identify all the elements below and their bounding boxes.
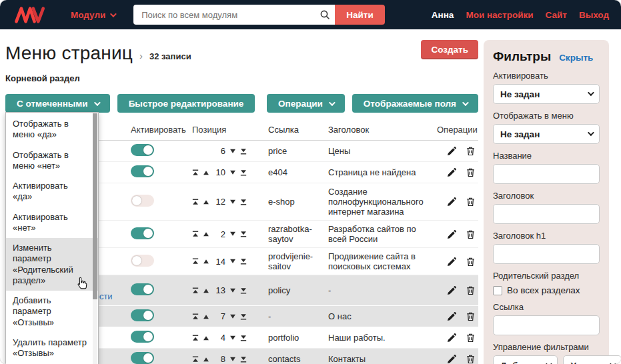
delete-icon[interactable] — [466, 197, 476, 207]
dropdown-item[interactable]: Добавить параметр «Отзывы» — [6, 291, 98, 333]
all-sections-checkbox[interactable] — [493, 286, 502, 295]
move-first-button[interactable] — [192, 356, 199, 363]
h1-filter-label: Заголовок h1 — [493, 231, 600, 241]
move-down-button[interactable] — [229, 335, 236, 341]
search-input[interactable] — [133, 5, 315, 25]
move-last-button[interactable] — [240, 148, 247, 155]
move-down-button[interactable] — [229, 356, 236, 363]
move-up-button[interactable] — [203, 258, 209, 265]
h1-filter-input[interactable] — [493, 244, 600, 264]
move-down-button[interactable] — [229, 169, 236, 176]
hide-filters-link[interactable]: Скрыть — [559, 53, 593, 63]
create-button[interactable]: Создать — [421, 40, 478, 59]
edit-icon[interactable] — [447, 197, 457, 207]
logout-link[interactable]: Выход — [579, 10, 609, 20]
delete-icon[interactable] — [466, 257, 476, 267]
dropdown-item[interactable]: Изменить параметр «Родительский раздел» — [6, 238, 98, 291]
delete-icon[interactable] — [466, 167, 476, 177]
displayed-fields-button[interactable]: Отображаемые поля — [352, 94, 478, 113]
delete-icon[interactable] — [466, 333, 476, 343]
edit-icon[interactable] — [447, 285, 457, 295]
move-down-button[interactable] — [229, 199, 236, 205]
modules-menu[interactable]: Модули — [71, 10, 115, 20]
edit-icon[interactable] — [447, 229, 457, 239]
title-filter-input[interactable] — [493, 204, 600, 224]
dropdown-item[interactable]: Отображать в меню «да» — [6, 114, 98, 145]
page-header: Меню страниц › 32 записи — [5, 29, 478, 64]
row-activate-toggle[interactable] — [131, 283, 154, 295]
row-activate-toggle[interactable] — [131, 331, 154, 343]
delete-icon[interactable] — [466, 354, 476, 364]
row-activate-toggle[interactable] — [131, 309, 154, 321]
move-first-button[interactable] — [192, 199, 199, 205]
row-link: portfolio — [268, 333, 328, 343]
move-up-button[interactable] — [203, 231, 209, 237]
row-activate-toggle[interactable] — [131, 255, 154, 267]
move-first-button[interactable] — [192, 258, 199, 265]
edit-icon[interactable] — [447, 354, 457, 364]
move-first-button[interactable] — [192, 335, 199, 341]
move-first-button[interactable] — [192, 169, 199, 176]
row-activate-toggle[interactable] — [131, 195, 154, 207]
name-filter-input[interactable] — [493, 164, 600, 184]
move-up-button[interactable] — [203, 356, 209, 363]
row-activate-toggle[interactable] — [131, 144, 154, 156]
row-title: Продвижение сайта в поисковых системах — [328, 251, 437, 271]
row-position: 14 — [213, 257, 225, 267]
link-filter-input[interactable] — [493, 315, 600, 335]
edit-icon[interactable] — [447, 146, 457, 156]
move-last-button[interactable] — [240, 231, 247, 237]
move-first-button[interactable] — [192, 313, 199, 320]
move-first-button[interactable] — [192, 287, 199, 294]
delete-icon[interactable] — [466, 311, 476, 321]
site-link[interactable]: Сайт — [546, 10, 567, 20]
add-filter-select[interactable]: Добавить — [493, 355, 558, 364]
dropdown-item[interactable]: Активировать «да» — [6, 176, 98, 207]
dropdown-item[interactable]: Активировать «нет» — [6, 207, 98, 239]
search-submit-button[interactable]: Найти — [335, 5, 384, 25]
row-activate-toggle[interactable] — [131, 227, 154, 239]
move-first-button[interactable] — [192, 231, 199, 237]
move-down-button[interactable] — [229, 287, 236, 294]
quick-edit-button[interactable]: Быстрое редактирование — [117, 94, 255, 113]
scrollbar-thumb[interactable] — [93, 113, 97, 299]
mv-logo-icon — [13, 5, 48, 25]
move-last-button[interactable] — [240, 199, 247, 205]
move-down-button[interactable] — [229, 258, 236, 265]
move-last-button[interactable] — [240, 287, 247, 294]
with-marked-button[interactable]: С отмеченными — [5, 94, 110, 113]
my-settings-link[interactable]: Мои настройки — [466, 10, 533, 20]
edit-icon[interactable] — [447, 311, 457, 321]
dropdown-item[interactable]: Удалить параметр «Отзывы» — [6, 333, 98, 364]
edit-icon[interactable] — [447, 333, 457, 343]
move-last-button[interactable] — [240, 258, 247, 265]
move-up-button[interactable] — [203, 199, 209, 205]
row-link: contacts — [268, 354, 328, 364]
delete-icon[interactable] — [466, 229, 476, 239]
delete-icon[interactable] — [466, 285, 476, 295]
dropdown-scrollbar[interactable] — [93, 113, 97, 364]
row-activate-toggle[interactable] — [131, 352, 154, 364]
brand-logo[interactable] — [13, 5, 48, 25]
move-last-button[interactable] — [240, 313, 247, 320]
activate-filter-select[interactable]: Не задан — [493, 84, 600, 104]
show-in-menu-filter-select[interactable]: Не задан — [493, 124, 600, 144]
move-up-button[interactable] — [203, 335, 209, 341]
move-last-button[interactable] — [240, 356, 247, 363]
move-down-button[interactable] — [229, 148, 236, 155]
move-up-button[interactable] — [203, 169, 209, 176]
move-up-button[interactable] — [203, 313, 209, 320]
operations-button[interactable]: Операции — [267, 94, 345, 113]
move-last-button[interactable] — [240, 169, 247, 176]
move-up-button[interactable] — [203, 287, 209, 294]
move-down-button[interactable] — [229, 313, 236, 320]
move-last-button[interactable] — [240, 335, 247, 341]
delete-icon[interactable] — [466, 146, 476, 156]
row-link: price — [268, 146, 328, 156]
edit-icon[interactable] — [447, 257, 457, 267]
remove-filter-select[interactable]: Удалить — [563, 355, 621, 364]
edit-icon[interactable] — [447, 167, 457, 177]
dropdown-item[interactable]: Отображать в меню «нет» — [6, 145, 98, 177]
move-down-button[interactable] — [229, 231, 236, 237]
row-activate-toggle[interactable] — [131, 165, 154, 177]
